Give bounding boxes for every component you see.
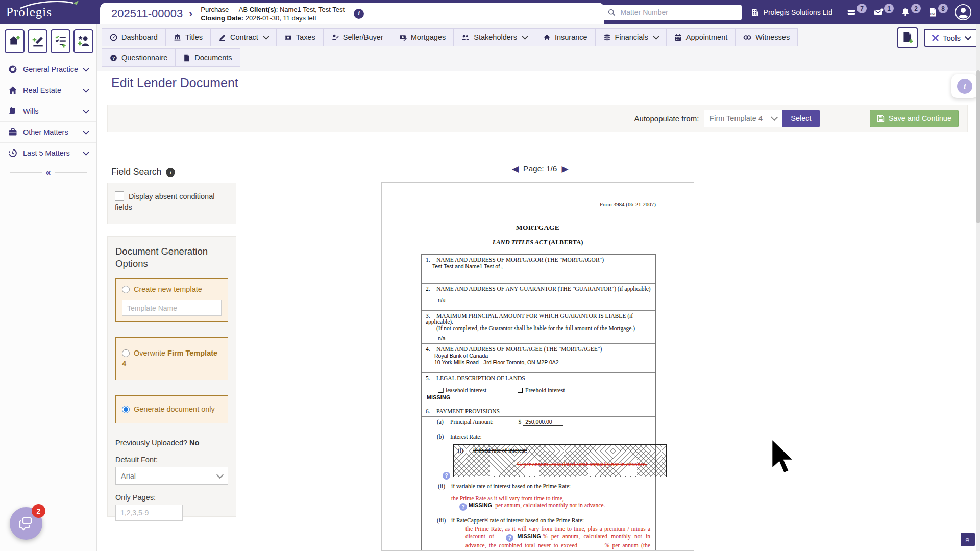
new-signing-matter-button[interactable] [28, 29, 47, 53]
matter-number[interactable]: 202511-00003 [111, 7, 183, 20]
chevron-down-icon [83, 149, 89, 156]
save-and-continue-button[interactable]: Save and Continue [870, 110, 959, 127]
top-header: Prolegis 202511-00003 › Purchase — AB Cl… [0, 0, 980, 24]
field-search-label: Field Search [111, 167, 161, 178]
notifications-button[interactable]: 2 [895, 0, 922, 24]
mail-button[interactable]: 1 [868, 0, 895, 24]
house-icon [8, 86, 17, 95]
tab-titles[interactable]: Titles [165, 28, 211, 46]
display-absent-option[interactable]: Display absent conditional fields [115, 191, 229, 213]
chevron-down-icon [522, 33, 528, 40]
hint-question-icon[interactable]: ? [443, 472, 450, 480]
page-info-tab: i [951, 74, 978, 98]
avatar-icon [954, 4, 972, 21]
tab-witnesses[interactable]: Witnesses [735, 28, 798, 46]
checklist-plus-icon [54, 35, 67, 48]
tasks-menu-button[interactable]: 7 [841, 0, 868, 24]
option-generate-only: Generate document only [115, 395, 228, 423]
default-font-select[interactable]: Arial [115, 467, 228, 485]
will-scroll-icon [8, 107, 17, 116]
autopopulate-toolbar: Autopopulate from: Firm Template 4 Selec… [107, 105, 968, 132]
hint-question-icon[interactable]: ? [459, 503, 467, 511]
pdf-documents-button[interactable]: PDF 8 [922, 0, 949, 24]
select-template-button[interactable]: Select [782, 110, 819, 127]
tab-insurance[interactable]: Insurance [535, 28, 596, 46]
new-real-estate-matter-button[interactable] [5, 29, 24, 53]
tab-dashboard[interactable]: Dashboard [102, 28, 166, 46]
matter-info-icon[interactable]: i [354, 9, 364, 19]
chevron-down-icon [83, 65, 89, 72]
field-search-header: Field Search i [111, 167, 175, 178]
sidebar-item-general-practice[interactable]: General Practice [0, 59, 96, 80]
svg-text:?: ? [112, 55, 115, 60]
previous-page-button[interactable]: ◀ [512, 165, 519, 173]
sidebar-item-real-estate[interactable]: Real Estate [0, 80, 96, 101]
bank-building-icon [174, 34, 181, 41]
organization[interactable]: Prolegis Solutions Ltd [751, 8, 832, 17]
scrollbar-thumb[interactable] [976, 70, 980, 223]
mortgagee-address: 10 York Mills Road - 3rd Floor Toronto, … [434, 359, 651, 365]
sidebar-collapse-button[interactable]: « [41, 167, 55, 178]
chat-widget-button[interactable]: 2 [10, 507, 42, 540]
page-scrollbar [976, 24, 980, 551]
generate-only-radio[interactable] [122, 406, 130, 413]
form-section-6: 6.PAYMENT PROVISIONS [422, 406, 655, 417]
tab-stakeholders[interactable]: Stakeholders [453, 28, 535, 46]
chat-unread-badge: 2 [32, 504, 45, 518]
gauge-icon [8, 65, 17, 74]
next-page-button[interactable]: ▶ [561, 165, 568, 173]
banknote-pen-icon [399, 34, 407, 41]
chevron-down-icon [83, 107, 89, 114]
tab-taxes[interactable]: Taxes [276, 28, 324, 46]
tab-financials[interactable]: Financials [595, 28, 667, 46]
form-section-6a: (a)Principal Amount: $ 250,000.00 [422, 417, 655, 430]
only-pages-input[interactable] [115, 505, 183, 521]
user-avatar[interactable] [949, 0, 977, 24]
default-font-label: Default Font: [115, 456, 228, 464]
display-absent-checkbox[interactable] [115, 191, 124, 201]
generate-only-label[interactable]: Generate document only [134, 405, 215, 413]
matter-line2: Closing Date: 2026-01-30, 11 days left [201, 14, 345, 22]
breadcrumb-chevron-icon: › [189, 7, 192, 19]
create-template-label[interactable]: Create new template [134, 285, 202, 293]
search-input[interactable] [620, 8, 737, 17]
new-checklist-button[interactable] [51, 29, 70, 53]
sidebar-item-last-5-matters[interactable]: Last 5 Matters [0, 142, 96, 163]
new-document-button[interactable] [897, 27, 918, 48]
freehold-checkbox: Freehold interest [518, 387, 565, 393]
field-search-info-icon[interactable]: i [166, 168, 175, 177]
template-select[interactable]: Firm Template 4 [704, 110, 782, 127]
tools-button[interactable]: Tools [924, 29, 978, 47]
hint-question-icon[interactable]: ? [506, 534, 513, 542]
briefcase-icon [8, 128, 17, 137]
overwrite-template-radio[interactable] [122, 349, 130, 357]
matter-summary: Purchase — AB Client(s): Name1 Test, Tes… [201, 5, 345, 22]
new-client-button[interactable] [74, 29, 93, 53]
coins-icon [603, 34, 611, 41]
tab-mortgages[interactable]: Mortgages [391, 28, 454, 46]
tasks-badge: 7 [857, 4, 867, 13]
app-logo[interactable]: Prolegis [6, 1, 98, 23]
sidebar-item-wills[interactable]: Wills [0, 101, 96, 121]
building-icon [751, 8, 760, 17]
save-icon [877, 115, 885, 122]
create-template-radio[interactable] [122, 286, 130, 293]
tab-documents[interactable]: Documents [175, 48, 240, 67]
tab-questionnaire[interactable]: ? Questionnaire [102, 48, 176, 67]
tab-appointment[interactable]: Appointment [666, 28, 736, 46]
template-name-input[interactable] [122, 300, 222, 316]
scroll-to-top-button[interactable]: « [961, 533, 975, 546]
principal-amount: 250,000.00 [523, 419, 564, 426]
tab-seller-buyer[interactable]: Seller/Buyer [323, 28, 391, 46]
tab-contract[interactable]: Contract [210, 28, 277, 46]
sidebar-item-other-matters[interactable]: Other Matters [0, 121, 96, 142]
matter-search-box [603, 5, 742, 20]
chevron-down-icon [83, 128, 89, 135]
people-icon [461, 34, 470, 41]
page-indicator: Page: 1/6 [523, 164, 557, 173]
nav-tabs-row-2: ? Questionnaire Documents [102, 48, 240, 67]
overwrite-template-label[interactable]: Overwrite Firm Template 4 [122, 349, 217, 368]
organization-name: Prolegis Solutions Ltd [764, 8, 832, 16]
page-info-icon[interactable]: i [957, 79, 972, 94]
svg-text:PDF: PDF [930, 12, 936, 15]
